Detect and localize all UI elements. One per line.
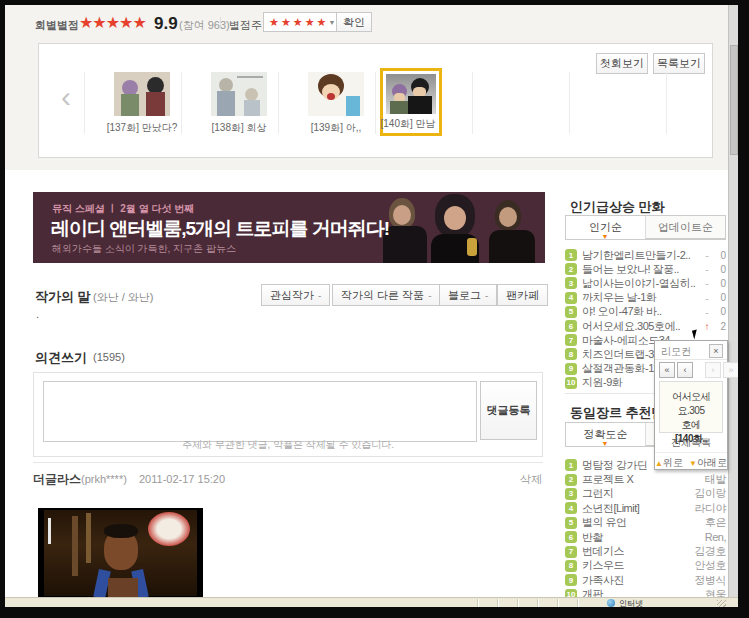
list-item[interactable]: 8키스우드안성호 [565,559,726,573]
episode-list-button[interactable]: 목록보기 [653,53,705,74]
down-label: 아래로 [697,457,727,468]
other-works-button[interactable]: 작가의 다른 작품- [332,284,440,306]
item-title: 남기한엘리트만들기-2.. [582,248,700,263]
art-shape [499,207,517,227]
item-title: 낢이사는이야기-열심히.. [582,276,700,291]
list-item[interactable]: 5별의 유언후은 [565,516,726,530]
rank-change-value: 0 [714,278,726,289]
art-shape [467,238,477,256]
vertical-scrollbar[interactable] [728,5,738,607]
comment-delete-button[interactable]: 삭제 [520,472,542,487]
rank-change-value: 2 [714,321,726,332]
divider [666,72,667,134]
divider [557,599,559,607]
episode-thumb-140-selected[interactable]: [140화] 만남 [380,68,442,136]
comment-submit-button[interactable]: 댓글등록 [480,381,537,440]
list-item[interactable]: 3낢이사는이야기-열심히..-0 [565,276,726,290]
rank-change: - [700,292,714,304]
item-author: 김경호 [695,544,727,559]
rank-up-icon: ↑ [700,321,714,332]
art-shape [383,226,427,263]
promo-banner[interactable]: 뮤직 스페셜 ㅣ 2월 열 다섯 번째 레이디 앤터벨룸,5개의 트로피를 거머… [33,192,545,263]
list-item[interactable]: 3그런지김이랑 [565,487,726,501]
art-shape [146,92,165,116]
divider [655,359,727,360]
scroll-up-link[interactable]: ▲위로 [655,456,683,470]
episode-label: [140화] 만남 [360,117,456,131]
item-title: 반촬 [582,530,705,545]
dash-icon: - [485,290,488,301]
list-item[interactable]: 5야! 오이-47화 바..-0 [565,305,726,319]
rank-change-value: 0 [714,306,726,317]
tab-accuracy[interactable]: 정확도순▼ [566,423,645,446]
list-item[interactable]: 9가족사진정병식 [565,573,726,587]
list-item[interactable]: 2들어는 보았나! 잘풍..-0 [565,262,726,276]
rank-change: - [700,263,714,275]
follow-author-button[interactable]: 관심작가- [261,284,330,306]
list-item[interactable]: 7번데기스김경호 [565,544,726,558]
art-shape [489,230,535,263]
divider [84,72,85,134]
dash-icon: - [318,290,321,301]
art-shape [390,101,409,114]
rank-badge: 5 [565,306,577,318]
prev-episode-nav-button[interactable]: ‹ [677,362,693,378]
first-episode-button[interactable]: 첫회보기 [596,53,648,74]
item-author: Ren, [705,531,726,543]
triangle-down-icon: ▼ [689,459,697,468]
list-item[interactable]: 2프로젝트 X태발 [565,472,726,486]
art-shape [244,100,260,116]
dash-icon: - [428,290,431,301]
scrollbar-thumb[interactable] [730,45,738,155]
next-episode-nav-button[interactable]: › [705,362,721,378]
list-item[interactable]: 4까치우는 날-1화-0 [565,291,726,305]
list-item[interactable]: 1남기한엘리트만들기-2..-0 [565,248,726,262]
active-tab-marker-icon: ▼ [602,441,609,447]
art-shape [219,78,233,92]
confirm-button[interactable]: 확인 [336,12,372,32]
rank-change: - [700,306,714,318]
comment-count: (1595) [93,351,125,363]
list-item[interactable]: 6어서오세요.305호에..↑2 [565,319,726,333]
item-title: 가족사진 [582,573,695,588]
tab-popularity[interactable]: 인기순▼ [566,216,645,239]
tab-update-order[interactable]: 업데이트순 [645,216,725,239]
recommended-list: 1멍탐정 강가딘 2프로젝트 X태발 3그런지김이랑 4소년전[Limit]라디… [565,458,726,602]
item-title: 프로젝트 X [582,472,705,487]
full-list-link[interactable]: 전체목록 [655,436,727,450]
last-episode-nav-button[interactable]: » [723,362,738,378]
fancafe-button[interactable]: 팬카페 [497,284,548,306]
browser-status-bar: 인터넷 [5,597,738,607]
rank-badge: 9 [565,574,577,586]
close-icon[interactable]: × [709,344,723,358]
rank-badge: 10 [565,377,577,389]
divider [497,599,499,607]
list-item[interactable]: 4소년전[Limit]라디야 [565,501,726,515]
scroll-down-link[interactable]: ▼아래로 [689,456,727,470]
chevron-left-icon[interactable]: ‹ [61,84,71,110]
episode-thumbnail-image [211,72,267,116]
comment-input[interactable] [43,381,477,442]
blog-button[interactable]: 블로그- [439,284,497,306]
divider [472,72,473,134]
art-shape [408,96,432,114]
art-shape [217,91,235,116]
comment-image [38,508,203,598]
list-item[interactable]: 6반촬Ren, [565,530,726,544]
divider [537,599,539,607]
rank-badge: 2 [565,474,577,486]
art-shape [393,205,411,225]
item-title: 키스우드 [582,558,695,573]
tab-label: 업데이트순 [658,220,713,235]
author-names: (와난 / 와난) [93,290,154,305]
item-author: 정병식 [695,573,727,588]
star-icon: ★ [269,16,278,29]
art-shape [148,512,190,546]
art-shape [48,518,51,544]
star-icon: ★ [317,16,326,29]
remote-episode-panel: 어서오세요.305 호에 [140화.. [659,381,723,433]
first-episode-nav-button[interactable]: « [659,362,675,378]
art-shape [121,94,139,116]
star-icon: ★ [293,16,302,29]
star-rating-select[interactable]: ★★★★★▼ [263,12,341,32]
